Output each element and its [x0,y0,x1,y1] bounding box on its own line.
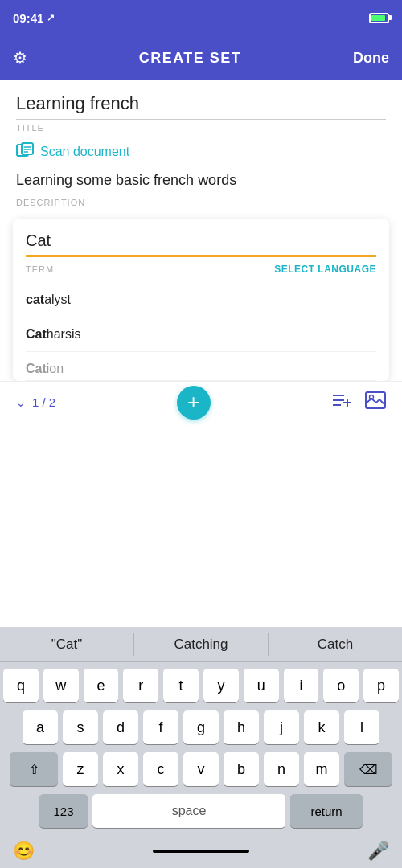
key-z[interactable]: z [63,752,98,786]
suggestion-highlight: cat [26,293,44,306]
description-value[interactable]: Learning some basic french words [16,172,386,189]
suggestion-highlight: Cat [26,362,47,375]
bottom-toolbar: ⌄ 1 / 2 + [0,381,402,423]
description-input-area[interactable]: Learning some basic french words [16,172,386,194]
status-time: 09:41 ↗ [13,11,55,25]
suggestion-rest: alyst [44,293,71,306]
key-q[interactable]: q [3,669,39,702]
key-row-4: 123 space return [3,794,399,828]
suggestion-rest: harsis [47,327,81,341]
key-m[interactable]: m [304,752,339,786]
autocomplete-catch[interactable]: Catch [269,627,402,661]
return-key[interactable]: return [290,794,363,828]
key-row-1: q w e r t y u i o p [3,669,399,702]
scan-document-label[interactable]: Scan document [40,145,129,159]
page-title: CREATE SET [139,50,242,67]
delete-key[interactable]: ⌫ [344,752,392,786]
key-k[interactable]: k [304,710,339,744]
autocomplete-catching[interactable]: Catching [134,627,268,661]
keyboard-rows: q w e r t y u i o p a s d f g h j k l ⇧ … [0,662,402,839]
scan-document-row[interactable]: Scan document [16,142,386,161]
autocomplete-cat-quoted[interactable]: "Cat" [0,627,133,661]
key-y[interactable]: y [203,669,239,702]
add-card-button[interactable]: + [177,386,211,420]
term-label: TERM [26,264,54,274]
key-o[interactable]: o [323,669,359,702]
key-row-2: a s d f g h j k l [3,710,399,744]
battery-icon [369,13,389,23]
key-f[interactable]: f [143,710,178,744]
term-input-area[interactable]: Cat [26,231,376,257]
key-i[interactable]: i [284,669,319,702]
scan-icon [16,142,34,161]
key-w[interactable]: w [43,669,79,702]
location-arrow-icon: ↗ [47,12,55,23]
term-card: Cat TERM SELECT LANGUAGE catalyst Cathar… [13,219,389,381]
status-bar: 09:41 ↗ [0,0,402,35]
key-g[interactable]: g [183,710,219,744]
keyboard: "Cat" Catching Catch q w e r t y u i o p… [0,627,402,868]
autocomplete-row: "Cat" Catching Catch [0,627,402,662]
description-label: DESCRIPTION [16,198,386,207]
key-h[interactable]: h [224,710,259,744]
key-r[interactable]: r [123,669,158,702]
chevron-down-icon[interactable]: ⌄ [16,396,26,409]
page-indicator: 1 / 2 [32,395,55,409]
title-value[interactable]: Learning french [16,93,386,114]
keyboard-bottom-bar: 😊 🎤 [0,839,402,868]
key-n[interactable]: n [264,752,299,786]
key-p[interactable]: p [363,669,399,702]
settings-icon[interactable]: ⚙ [13,48,27,68]
key-s[interactable]: s [63,710,98,744]
suggestion-catalyst[interactable]: catalyst [26,283,376,317]
key-x[interactable]: x [103,752,138,786]
svg-rect-1 [22,143,33,154]
toolbar-right [331,391,386,413]
space-key[interactable]: space [92,794,285,828]
key-b[interactable]: b [224,752,259,786]
card-labels-row: TERM SELECT LANGUAGE [26,264,376,275]
key-c[interactable]: c [143,752,178,786]
plus-icon: + [187,390,199,415]
toolbar-left: ⌄ 1 / 2 [16,395,55,409]
image-icon[interactable] [365,391,386,413]
select-language-button[interactable]: SELECT LANGUAGE [274,264,376,275]
suggestion-cation[interactable]: Cation [26,352,376,381]
nav-bar: ⚙ CREATE SET Done [0,35,402,80]
key-t[interactable]: t [163,669,199,702]
suggestion-catharsis[interactable]: Catharsis [26,317,376,352]
title-label: TITLE [16,123,386,133]
title-input-area[interactable]: Learning french [16,93,386,120]
term-value[interactable]: Cat [26,231,376,250]
num-key[interactable]: 123 [39,794,88,828]
suggestion-rest: ion [47,362,64,375]
key-e[interactable]: e [84,669,119,702]
key-d[interactable]: d [103,710,138,744]
key-j[interactable]: j [264,710,299,744]
key-a[interactable]: a [23,710,58,744]
suggestion-highlight: Cat [26,327,47,341]
shift-key[interactable]: ⇧ [10,752,58,786]
home-indicator [153,850,249,853]
key-l[interactable]: l [344,710,379,744]
content-area: Learning french TITLE Scan document Lear… [0,80,402,381]
list-add-icon[interactable] [331,392,352,412]
emoji-key[interactable]: 😊 [13,841,35,862]
microphone-key[interactable]: 🎤 [367,841,389,862]
status-icons [369,13,389,23]
time-display: 09:41 [13,11,43,25]
done-button[interactable]: Done [353,50,389,67]
key-v[interactable]: v [183,752,219,786]
key-u[interactable]: u [244,669,279,702]
key-row-3: ⇧ z x c v b n m ⌫ [3,752,399,786]
